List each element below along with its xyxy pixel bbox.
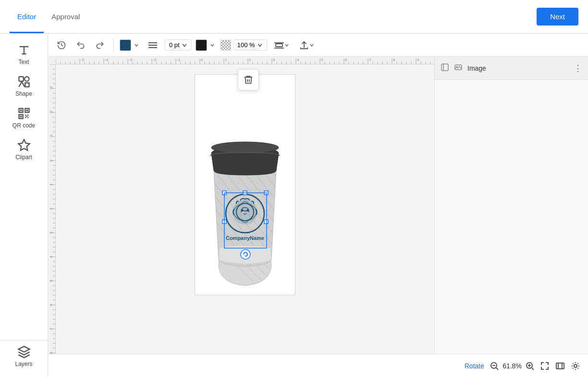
align-button[interactable] [271, 38, 292, 52]
fullscreen-icon [540, 361, 550, 371]
sidebar-item-qrcode[interactable]: QR code [0, 102, 48, 134]
zoom-out-icon [490, 362, 499, 370]
ruler-corner [48, 57, 56, 64]
canvas-panel-row: CompanyName [48, 57, 588, 354]
layers-icon [17, 345, 31, 359]
history-button[interactable] [54, 38, 69, 52]
svg-rect-14 [276, 44, 282, 47]
svg-rect-51 [264, 220, 268, 224]
ruler-vertical [48, 64, 56, 354]
divider-1 [113, 38, 114, 52]
rotate-button[interactable]: Rotate [465, 362, 484, 370]
opacity-checkerboard [220, 40, 231, 50]
stroke-color-swatch[interactable] [120, 39, 131, 51]
redo-button[interactable] [92, 38, 108, 52]
undo-button[interactable] [73, 38, 88, 52]
panel-layer-icon [454, 63, 463, 74]
svg-point-45 [247, 209, 249, 212]
svg-rect-8 [20, 116, 22, 118]
cup-svg: CompanyName [197, 76, 293, 293]
upload-button[interactable] [296, 38, 317, 52]
svg-line-38 [274, 149, 293, 283]
panel-expand-icon[interactable] [441, 63, 449, 74]
zoom-in-button[interactable] [526, 362, 534, 370]
panel-more-button[interactable]: ⋮ [574, 63, 582, 74]
lines-icon [147, 41, 158, 50]
canvas-area: CompanyName [48, 57, 434, 354]
svg-line-60 [496, 368, 498, 370]
toolbar: 0 pt 100 % [48, 34, 588, 57]
svg-rect-0 [19, 77, 23, 81]
delete-popup[interactable] [238, 69, 259, 90]
svg-rect-65 [556, 363, 564, 369]
text-icon [17, 43, 31, 57]
fit-icon [555, 361, 565, 371]
stroke-color-dropdown[interactable] [132, 42, 141, 49]
svg-text:CompanyName: CompanyName [226, 235, 264, 241]
settings-button[interactable] [571, 361, 580, 371]
zoom-controls: 61.8% [490, 362, 534, 370]
undo-icon [76, 40, 86, 50]
expand-icon [441, 63, 449, 72]
align-chevron [284, 43, 289, 48]
ruler-horizontal [56, 57, 434, 64]
right-panel: Image ⋮ [434, 57, 588, 354]
panel-header: Image ⋮ [435, 57, 588, 80]
next-button[interactable]: Next [537, 8, 578, 25]
panel-header-left: Image [441, 63, 486, 74]
trash-icon [243, 75, 254, 85]
svg-rect-54 [441, 64, 448, 71]
stroke-style-button[interactable] [145, 39, 161, 51]
editor-container: Text Shape QR code [0, 34, 588, 377]
gear-icon [571, 361, 580, 371]
fit-screen-button[interactable] [555, 361, 565, 371]
shape-icon [17, 75, 31, 88]
fill-color-swatch[interactable] [196, 39, 207, 51]
fill-chevron-icon [210, 43, 215, 48]
svg-point-68 [574, 364, 577, 367]
fullscreen-button[interactable] [540, 361, 550, 371]
tab-editor[interactable]: Editor [10, 0, 44, 33]
main-area: 0 pt 100 % [48, 34, 588, 377]
history-icon [57, 40, 66, 50]
svg-point-40 [211, 142, 279, 153]
sidebar-item-layers[interactable]: Layers [0, 340, 48, 372]
redo-icon [95, 40, 105, 50]
panel-title: Image [467, 64, 486, 72]
svg-point-1 [24, 77, 29, 81]
tab-approval[interactable]: Approval [44, 0, 87, 33]
svg-rect-4 [20, 110, 22, 112]
product-canvas[interactable]: CompanyName [195, 74, 295, 297]
svg-point-53 [241, 250, 250, 259]
stroke-width-dropdown[interactable]: 0 pt [165, 39, 192, 50]
canvas-content[interactable]: CompanyName [56, 64, 434, 354]
opacity-chevron [257, 42, 263, 48]
stroke-width-chevron [182, 42, 187, 48]
status-bar: Rotate 61.8% [48, 354, 588, 377]
opacity-control[interactable]: 100 % [220, 39, 267, 50]
image-layer-icon [454, 63, 463, 72]
upload-icon [299, 40, 309, 50]
opacity-dropdown[interactable]: 100 % [233, 39, 267, 50]
chevron-down-icon [134, 43, 139, 48]
zoom-level: 61.8% [502, 362, 522, 370]
sidebar-item-clipart[interactable]: Clipart [0, 134, 48, 165]
qrcode-icon [17, 107, 31, 120]
sidebar-item-text[interactable]: Text [0, 38, 48, 70]
stroke-color-picker[interactable] [120, 39, 141, 51]
clipart-icon [17, 138, 31, 152]
sidebar-item-shape[interactable]: Shape [0, 70, 48, 102]
svg-point-44 [241, 209, 244, 212]
header: Editor Approval Next [0, 0, 588, 34]
svg-marker-9 [18, 139, 29, 150]
zoom-out-button[interactable] [490, 362, 499, 370]
cup-wrapper: CompanyName [195, 74, 295, 295]
upload-chevron [309, 43, 314, 48]
svg-line-64 [532, 368, 534, 370]
header-tabs: Editor Approval [10, 0, 87, 33]
fill-color-dropdown[interactable] [208, 42, 217, 49]
fill-color-picker[interactable] [196, 39, 217, 51]
panel-content [435, 80, 588, 354]
svg-rect-2 [25, 83, 29, 87]
left-sidebar: Text Shape QR code [0, 34, 48, 377]
